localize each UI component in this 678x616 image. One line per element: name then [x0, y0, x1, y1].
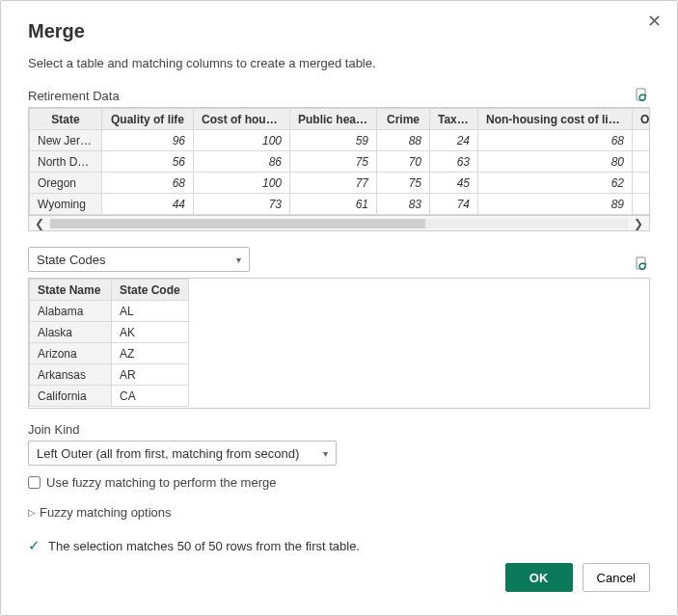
checkbox-input[interactable] — [28, 476, 41, 489]
chevron-down-icon: ▾ — [323, 448, 328, 459]
fuzzy-match-checkbox[interactable]: Use fuzzy matching to perform the merge — [28, 475, 650, 490]
col-taxes[interactable]: Taxes — [430, 109, 478, 130]
checkbox-label: Use fuzzy matching to perform the merge — [46, 475, 276, 490]
table2-header-row[interactable]: State Name State Code — [30, 280, 189, 301]
col-crime[interactable]: Crime — [377, 109, 430, 130]
fuzzy-options-expander[interactable]: ▷ Fuzzy matching options — [28, 505, 650, 520]
col-state[interactable]: State — [30, 109, 102, 130]
match-status: ✓ The selection matches 50 of 50 rows fr… — [28, 537, 650, 554]
col-housing[interactable]: Cost of housing — [194, 109, 290, 130]
table-row[interactable]: New Jersey 96 100 59 88 24 68 — [30, 130, 651, 151]
refresh-icon[interactable] — [635, 256, 650, 272]
col-ov[interactable]: Ov — [633, 109, 651, 130]
table-row[interactable]: AlabamaAL — [30, 301, 189, 322]
close-icon[interactable]: ✕ — [647, 13, 662, 30]
table-row[interactable]: North Dakota 56 86 75 70 63 80 — [30, 151, 651, 173]
table-row[interactable]: CaliforniaCA — [30, 386, 189, 407]
chevron-down-icon: ▾ — [236, 254, 241, 265]
table-row[interactable]: AlaskaAK — [30, 322, 189, 343]
secondary-table-dropdown[interactable]: State Codes ▾ — [28, 247, 250, 272]
col-quality[interactable]: Quality of life — [102, 109, 194, 130]
join-kind-label: Join Kind — [28, 422, 650, 437]
merge-dialog: ✕ Merge Select a table and matching colu… — [0, 0, 678, 616]
horizontal-scrollbar[interactable]: ❮ ❯ — [28, 216, 650, 231]
col-health[interactable]: Public health — [290, 109, 377, 130]
table-row[interactable]: Oregon 68 100 77 75 45 62 — [30, 173, 651, 194]
table-row[interactable]: ArizonaAZ — [30, 343, 189, 364]
dialog-footer: OK Cancel — [505, 563, 650, 592]
scroll-thumb[interactable] — [50, 219, 425, 228]
scroll-track[interactable] — [50, 219, 628, 228]
table1-header-row[interactable]: State Quality of life Cost of housing Pu… — [30, 109, 651, 130]
table2[interactable]: State Name State Code AlabamaAL AlaskaAK… — [28, 278, 650, 409]
table-row[interactable]: Wyoming 44 73 61 83 74 89 — [30, 194, 651, 215]
scroll-right-icon[interactable]: ❯ — [628, 217, 649, 230]
dropdown-value: Left Outer (all from first, matching fro… — [37, 446, 299, 461]
status-text: The selection matches 50 of 50 rows from… — [48, 539, 360, 553]
join-kind-dropdown[interactable]: Left Outer (all from first, matching fro… — [28, 441, 337, 466]
expander-label: Fuzzy matching options — [40, 505, 172, 520]
chevron-right-icon: ▷ — [28, 507, 36, 518]
table1-name: Retirement Data — [28, 89, 120, 103]
table-row[interactable]: ArkansasAR — [30, 364, 189, 386]
checkmark-icon: ✓ — [28, 537, 41, 554]
refresh-icon[interactable] — [635, 88, 650, 103]
scroll-left-icon[interactable]: ❮ — [29, 217, 50, 230]
ok-button[interactable]: OK — [505, 563, 573, 592]
dialog-title: Merge — [28, 20, 650, 42]
cancel-button[interactable]: Cancel — [583, 563, 650, 592]
col-state-code[interactable]: State Code — [112, 280, 189, 301]
dialog-subtitle: Select a table and matching columns to c… — [28, 56, 650, 70]
dropdown-value: State Codes — [37, 253, 106, 267]
table1[interactable]: State Quality of life Cost of housing Pu… — [28, 107, 650, 216]
col-nonhousing[interactable]: Non-housing cost of living — [478, 109, 633, 130]
col-state-name[interactable]: State Name — [30, 280, 112, 301]
